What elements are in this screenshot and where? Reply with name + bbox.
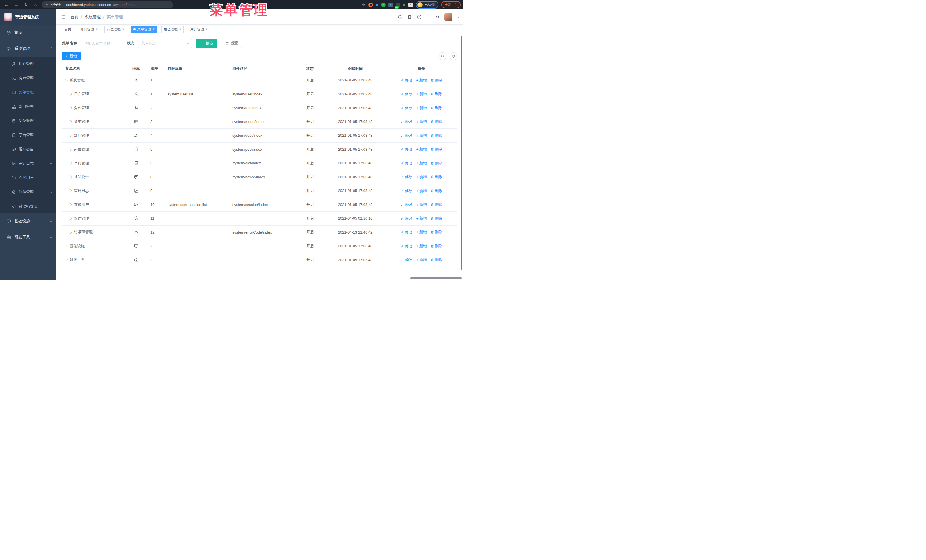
sidebar-item-首页[interactable]: 首页 bbox=[0, 25, 56, 41]
add-action[interactable]: +新增 bbox=[416, 202, 427, 207]
delete-action[interactable]: 删除 bbox=[431, 202, 442, 207]
user-avatar[interactable] bbox=[445, 13, 452, 21]
add-action[interactable]: +新增 bbox=[416, 174, 427, 180]
add-action[interactable]: +新增 bbox=[416, 229, 427, 235]
sidebar-item-研发工具[interactable]: 研发工具 bbox=[0, 229, 56, 245]
delete-action[interactable]: 删除 bbox=[431, 174, 442, 180]
extension-icon[interactable]: ◆ bbox=[388, 3, 393, 7]
github-icon[interactable] bbox=[407, 15, 412, 20]
delete-action[interactable]: 删除 bbox=[431, 106, 442, 110]
update-button[interactable]: 更新 ⋮ bbox=[441, 1, 461, 8]
edit-action[interactable]: 修改 bbox=[401, 257, 412, 262]
delete-action[interactable]: 删除 bbox=[431, 229, 442, 235]
edit-action[interactable]: 修改 bbox=[401, 174, 412, 180]
sidebar-item-通知公告[interactable]: 通知公告 bbox=[0, 142, 56, 156]
add-button[interactable]: + 新增 bbox=[62, 52, 81, 60]
reload-icon[interactable]: ↻ bbox=[23, 2, 29, 8]
user-menu-caret-icon[interactable] bbox=[457, 15, 460, 18]
sidebar-item-短信管理[interactable]: 短信管理 bbox=[0, 185, 56, 199]
add-action[interactable]: +新增 bbox=[416, 106, 427, 110]
expand-arrow-icon[interactable] bbox=[69, 203, 72, 206]
sidebar-item-部门管理[interactable]: 部门管理 bbox=[0, 100, 56, 114]
extension-icon[interactable] bbox=[403, 4, 406, 6]
tab-close-icon[interactable]: × bbox=[96, 28, 98, 31]
sidebar-item-系统管理[interactable]: 系统管理 bbox=[0, 41, 56, 57]
add-action[interactable]: +新增 bbox=[416, 91, 427, 97]
add-action[interactable]: +新增 bbox=[416, 78, 427, 83]
edit-action[interactable]: 修改 bbox=[401, 91, 412, 97]
sidebar-item-字典管理[interactable]: 字典管理 bbox=[0, 128, 56, 142]
breadcrumb-home[interactable]: 首页 bbox=[70, 15, 78, 20]
edit-action[interactable]: 修改 bbox=[401, 147, 412, 152]
extension-icon[interactable]: ✓ bbox=[381, 3, 386, 7]
tab-close-icon[interactable]: × bbox=[206, 28, 208, 31]
tab-岗位管理[interactable]: 岗位管理× bbox=[104, 26, 127, 33]
extension-icon[interactable] bbox=[376, 4, 378, 6]
edit-action[interactable]: 修改 bbox=[401, 133, 412, 138]
delete-action[interactable]: 删除 bbox=[431, 78, 442, 83]
expand-arrow-icon[interactable] bbox=[69, 175, 72, 178]
sidebar-item-错误码管理[interactable]: 错误码管理 bbox=[0, 199, 56, 213]
back-icon[interactable]: ← bbox=[4, 2, 9, 8]
edit-action[interactable]: 修改 bbox=[401, 161, 412, 166]
expand-arrow-icon[interactable] bbox=[65, 258, 68, 261]
vertical-scrollbar[interactable] bbox=[461, 36, 462, 270]
add-action[interactable]: +新增 bbox=[416, 216, 427, 221]
edit-action[interactable]: 修改 bbox=[401, 229, 412, 235]
edit-action[interactable]: 修改 bbox=[401, 106, 412, 110]
edit-action[interactable]: 修改 bbox=[401, 202, 412, 207]
expand-arrow-icon[interactable] bbox=[65, 245, 68, 248]
url-bar[interactable]: ⚠ 不安全 dashboard.yudao.iocoder.cn/system/… bbox=[42, 1, 173, 8]
add-action[interactable]: +新增 bbox=[416, 133, 427, 138]
extension-icon[interactable]: on bbox=[396, 3, 400, 7]
tab-close-icon[interactable]: × bbox=[179, 28, 181, 31]
help-icon[interactable] bbox=[417, 15, 422, 20]
delete-action[interactable]: 删除 bbox=[431, 216, 442, 221]
tab-用户管理[interactable]: 用户管理× bbox=[188, 26, 210, 33]
delete-action[interactable]: 删除 bbox=[431, 133, 442, 138]
collapse-arrow-icon[interactable] bbox=[65, 78, 68, 81]
edit-action[interactable]: 修改 bbox=[401, 78, 412, 83]
add-action[interactable]: +新增 bbox=[416, 119, 427, 124]
tab-首页[interactable]: 首页 bbox=[62, 26, 74, 33]
tab-角色管理[interactable]: 角色管理× bbox=[161, 26, 184, 33]
menu-name-input[interactable] bbox=[81, 39, 123, 48]
breadcrumb-system[interactable]: 系统管理 bbox=[85, 15, 101, 20]
expand-arrow-icon[interactable] bbox=[69, 134, 72, 137]
sidebar-item-在线用户[interactable]: 在线用户 bbox=[0, 171, 56, 185]
delete-action[interactable]: 删除 bbox=[431, 119, 442, 124]
tab-close-icon[interactable]: × bbox=[153, 28, 155, 31]
sidebar-item-岗位管理[interactable]: 岗位管理 bbox=[0, 114, 56, 128]
sidebar-item-审计日志[interactable]: 审计日志 bbox=[0, 156, 56, 171]
search-button[interactable]: 搜索 bbox=[196, 39, 217, 48]
sidebar-item-角色管理[interactable]: 角色管理 bbox=[0, 71, 56, 85]
edit-action[interactable]: 修改 bbox=[401, 119, 412, 124]
delete-action[interactable]: 删除 bbox=[431, 243, 442, 249]
sidebar-item-基础设施[interactable]: 基础设施 bbox=[0, 213, 56, 229]
expand-arrow-icon[interactable] bbox=[69, 92, 72, 95]
bookmark-star-icon[interactable]: ☆ bbox=[362, 2, 366, 8]
expand-arrow-icon[interactable] bbox=[69, 107, 72, 109]
expand-arrow-icon[interactable] bbox=[69, 217, 72, 220]
edit-action[interactable]: 修改 bbox=[401, 216, 412, 221]
tab-close-icon[interactable]: × bbox=[122, 28, 124, 31]
delete-action[interactable]: 删除 bbox=[431, 147, 442, 152]
expand-arrow-icon[interactable] bbox=[69, 231, 72, 234]
add-action[interactable]: +新增 bbox=[416, 147, 427, 152]
forward-icon[interactable]: → bbox=[14, 2, 19, 8]
expand-arrow-icon[interactable] bbox=[69, 162, 72, 165]
tab-菜单管理[interactable]: 菜单管理× bbox=[131, 26, 157, 33]
app-logo[interactable]: 芋道管理系统 bbox=[0, 9, 56, 25]
browser-menu-icon[interactable]: ⋮ bbox=[454, 3, 457, 7]
fullscreen-icon[interactable] bbox=[427, 15, 431, 20]
delete-action[interactable]: 删除 bbox=[431, 188, 442, 193]
add-action[interactable]: +新增 bbox=[416, 161, 427, 166]
sidebar-item-菜单管理[interactable]: 菜单管理 bbox=[0, 85, 56, 100]
expand-arrow-icon[interactable] bbox=[69, 120, 72, 123]
status-select[interactable]: 菜单状态 bbox=[138, 39, 192, 48]
hamburger-icon[interactable] bbox=[61, 15, 66, 20]
font-size-icon[interactable]: tT bbox=[436, 15, 440, 19]
search-icon[interactable] bbox=[398, 15, 402, 20]
add-action[interactable]: +新增 bbox=[416, 257, 427, 262]
delete-action[interactable]: 删除 bbox=[431, 257, 442, 262]
